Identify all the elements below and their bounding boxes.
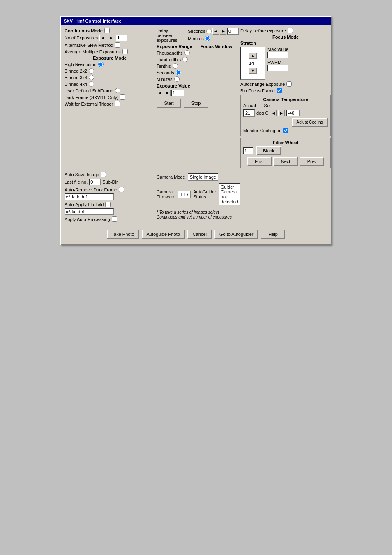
exp-value-dec-btn[interactable]: ◀ bbox=[157, 90, 163, 96]
stretch-value: 14 bbox=[247, 60, 258, 67]
thousandths-radio[interactable] bbox=[184, 50, 190, 55]
delay-value-input[interactable]: 0 bbox=[227, 28, 239, 35]
sub-dir-label: Sub-Dir bbox=[102, 180, 118, 184]
seconds-label: Seconds bbox=[188, 29, 205, 34]
minutes-radio[interactable] bbox=[205, 36, 210, 41]
exposure-mode-label: Exposure Mode bbox=[93, 55, 127, 60]
last-file-label: Last file no. bbox=[65, 180, 88, 184]
apply-auto-checkbox[interactable] bbox=[112, 216, 117, 222]
minutes-range-radio[interactable] bbox=[174, 76, 180, 82]
binned-3x3-radio[interactable] bbox=[89, 75, 94, 80]
auto-remove-checkbox[interactable] bbox=[119, 187, 124, 192]
no-exposures-inc-btn[interactable]: ▶ bbox=[108, 35, 114, 41]
set-label: Set bbox=[264, 103, 271, 108]
no-exposures-dec-btn[interactable]: ◀ bbox=[99, 35, 106, 41]
start-btn[interactable]: Start bbox=[157, 99, 181, 108]
seconds-range-radio[interactable] bbox=[176, 70, 181, 75]
no-exposures-label: No of Exposures bbox=[65, 35, 98, 40]
exp-value-inc-btn[interactable]: ▶ bbox=[164, 90, 171, 96]
bin-focus-checkbox[interactable] bbox=[277, 88, 282, 93]
first-btn[interactable]: First bbox=[247, 157, 272, 166]
cooling-on-label: Cooling on bbox=[260, 128, 282, 133]
wait-external-checkbox[interactable] bbox=[115, 101, 120, 106]
last-file-input[interactable]: 0 bbox=[89, 179, 101, 185]
delay-dec-btn[interactable]: ◀ bbox=[212, 28, 219, 35]
note-text: * To take a series of images select Cont… bbox=[157, 210, 232, 219]
bin-focus-label: Bin Focus Frame bbox=[240, 88, 275, 93]
temp-inc-btn[interactable]: ▶ bbox=[278, 110, 285, 116]
camera-temp-section: Camera Temperature Actual Set 21 deg C ◀… bbox=[240, 95, 331, 136]
auto-save-checkbox[interactable] bbox=[101, 172, 106, 177]
window-title: SXV_Hmf Control Interface bbox=[64, 18, 122, 23]
delay-before-exp-label: Delay before exposure bbox=[240, 28, 286, 33]
binned-2x2-radio[interactable] bbox=[89, 68, 94, 74]
blank-btn[interactable]: Blank bbox=[256, 146, 281, 155]
high-res-label: High Resolution bbox=[65, 62, 97, 67]
user-defined-radio[interactable] bbox=[115, 88, 120, 93]
main-window: SXV_Hmf Control Interface Continuous Mod… bbox=[60, 16, 332, 245]
tenths-radio[interactable] bbox=[173, 63, 178, 69]
go-to-autoguider-btn[interactable]: Go to Autoguider bbox=[214, 230, 258, 239]
set-temp-input[interactable]: -40 bbox=[286, 110, 300, 116]
fwhm-label: FWHM bbox=[267, 60, 288, 65]
binned-4x4-radio[interactable] bbox=[89, 81, 94, 87]
user-defined-label: User Defined SubFrame bbox=[65, 88, 113, 93]
delay-between-label: Delay between bbox=[157, 28, 185, 38]
seconds-radio[interactable] bbox=[206, 29, 212, 34]
filter-number-input[interactable]: 1 bbox=[243, 147, 253, 154]
alt-slew-label: Alternative Slew Method bbox=[65, 43, 113, 48]
thousandths-label: Thousandths bbox=[157, 51, 183, 55]
filter-wheel-title: Filter Wheel bbox=[243, 140, 328, 145]
fwhm-input[interactable] bbox=[267, 65, 288, 71]
prev-btn[interactable]: Prev bbox=[300, 157, 324, 166]
dark-frame-checkbox[interactable] bbox=[120, 94, 125, 100]
flat-def-input[interactable]: c:\flat.def bbox=[65, 208, 114, 215]
stretch-up-btn[interactable]: ▲ bbox=[249, 53, 257, 59]
cooling-on-checkbox[interactable] bbox=[283, 128, 288, 133]
apply-auto-label: Apply Auto-Processing bbox=[65, 217, 110, 222]
stretch-down-btn[interactable]: ▼ bbox=[249, 68, 257, 74]
binned-3x3-label: Binned 3x3 bbox=[65, 75, 87, 80]
binned-2x2-label: Binned 2x2 bbox=[65, 69, 87, 74]
next-btn[interactable]: Next bbox=[273, 157, 298, 166]
autoguide-photo-btn[interactable]: Autoguide Photo bbox=[142, 230, 185, 239]
max-value-input[interactable] bbox=[267, 52, 288, 58]
stretch-display: ▲ 14 ▼ bbox=[240, 47, 265, 80]
actual-temp-value: 21 bbox=[243, 109, 255, 117]
minutes-range-label: Minutes bbox=[157, 77, 173, 82]
autoguider-status-label: AutoGuider Status bbox=[193, 189, 216, 199]
no-exposures-input[interactable]: 1 bbox=[116, 35, 127, 41]
delay-inc-btn[interactable]: ▶ bbox=[220, 28, 226, 35]
camera-mode-value: Single Image bbox=[188, 173, 218, 181]
take-photo-btn[interactable]: Take Photo bbox=[107, 230, 139, 239]
continuous-mode-label: Continuous Mode bbox=[65, 28, 103, 33]
dark-def-input[interactable]: c:\dark.def bbox=[65, 193, 114, 200]
exposures-label: exposures bbox=[157, 38, 185, 43]
minutes-label: Minutes bbox=[188, 36, 204, 41]
separator-2 bbox=[65, 225, 327, 225]
monitor-label: Monitor bbox=[243, 128, 258, 133]
avg-multiple-label: Average Multiple Exposures bbox=[65, 49, 121, 54]
temp-dec-btn[interactable]: ◀ bbox=[270, 110, 277, 116]
cancel-btn[interactable]: Cancel bbox=[187, 230, 212, 239]
dark-frame-label: Dark Frame (SXVf18 Only) bbox=[65, 95, 118, 100]
autochange-exp-checkbox[interactable] bbox=[286, 81, 292, 87]
stop-btn[interactable]: Stop bbox=[184, 99, 208, 108]
camera-mode-label: Camera Mode bbox=[157, 175, 185, 180]
exp-value-input[interactable]: 1 bbox=[171, 90, 184, 96]
high-res-radio[interactable] bbox=[98, 62, 104, 67]
avg-multiple-checkbox[interactable] bbox=[122, 49, 128, 54]
focus-window-label: Focus Window bbox=[201, 44, 233, 49]
auto-apply-label: Auto-Apply Flatfield bbox=[65, 202, 104, 207]
auto-apply-checkbox[interactable] bbox=[105, 202, 111, 207]
hundredths-radio[interactable] bbox=[182, 57, 188, 62]
continuous-mode-checkbox[interactable] bbox=[104, 28, 110, 33]
auto-save-label: Auto Save Image bbox=[65, 172, 99, 177]
filter-wheel-section: Filter Wheel 1 Blank First Next Prev bbox=[240, 138, 331, 168]
help-btn[interactable]: Help bbox=[261, 230, 285, 239]
bottom-toolbar: Take Photo Autoguide Photo Cancel Go to … bbox=[65, 227, 327, 241]
delay-before-exp-checkbox[interactable] bbox=[288, 28, 293, 33]
adjust-cooling-btn[interactable]: Adjust Cooling bbox=[292, 118, 328, 127]
tenths-label: Tenth's bbox=[157, 64, 171, 69]
alt-slew-checkbox[interactable] bbox=[115, 42, 120, 48]
